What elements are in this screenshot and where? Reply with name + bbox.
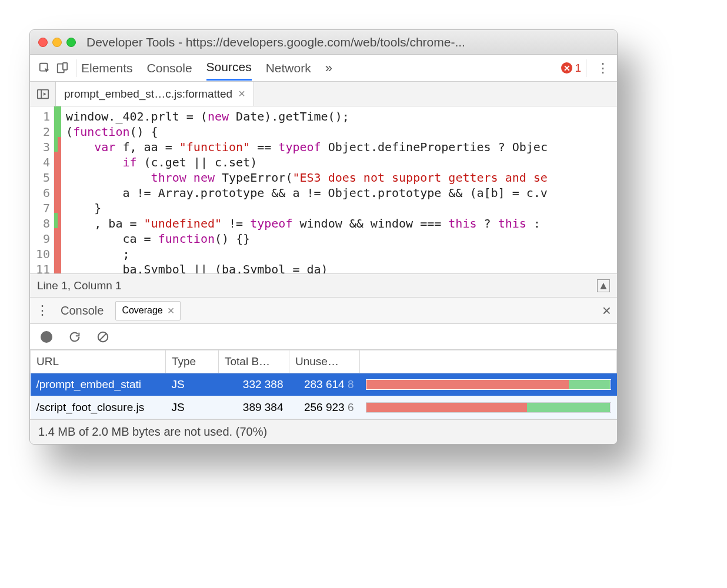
- source-editor[interactable]: 1234567891011 window._402.prlt = (new Da…: [30, 106, 617, 273]
- drawer-tab-coverage[interactable]: Coverage ×: [115, 301, 181, 320]
- coverage-summary-bar: 1.4 MB of 2.0 MB bytes are not used. (70…: [30, 419, 617, 444]
- toolbar-separator: [586, 59, 586, 77]
- col-unused-bytes[interactable]: Unuse…: [289, 350, 360, 373]
- file-tab-name: prompt_embed_st…c.js:formatted: [64, 88, 232, 101]
- error-indicator[interactable]: ✕ 1: [561, 62, 581, 75]
- line-number-gutter: 1234567891011: [30, 106, 54, 273]
- cell-total: 332 388: [219, 373, 289, 396]
- cell-url: /script_foot_closure.js: [31, 396, 166, 419]
- cursor-position: Line 1, Column 1: [37, 279, 122, 292]
- close-window-button[interactable]: [38, 38, 48, 47]
- cell-type: JS: [166, 396, 219, 419]
- cell-usage-bar: [360, 396, 617, 419]
- cell-usage-bar: [360, 373, 617, 396]
- drawer-menu-icon[interactable]: ⋮: [36, 303, 49, 318]
- record-button[interactable]: [39, 330, 54, 344]
- svg-line-6: [100, 333, 106, 340]
- col-url[interactable]: URL: [31, 350, 166, 373]
- col-usage-bar[interactable]: [360, 350, 617, 373]
- drawer-tab-console[interactable]: Console: [57, 304, 107, 318]
- tab-console[interactable]: Console: [147, 56, 192, 80]
- clear-button[interactable]: [96, 330, 110, 344]
- error-icon: ✕: [561, 62, 572, 74]
- cell-unused: 256 923 6: [289, 396, 360, 419]
- cell-unused: 283 614 8: [289, 373, 360, 396]
- table-row[interactable]: /prompt_embed_statiJS332 388283 614 8: [31, 373, 617, 396]
- devtools-window: Developer Tools - https://developers.goo…: [29, 29, 618, 445]
- close-drawer-icon[interactable]: ×: [602, 302, 611, 320]
- tab-sources[interactable]: Sources: [206, 55, 252, 81]
- cell-type: JS: [166, 373, 219, 396]
- col-type[interactable]: Type: [166, 350, 219, 373]
- window-titlebar: Developer Tools - https://developers.goo…: [30, 30, 617, 55]
- expand-panel-icon[interactable]: ▲: [597, 279, 610, 292]
- traffic-lights: [38, 38, 76, 47]
- toolbar-separator: [76, 59, 76, 77]
- cell-total: 389 384: [219, 396, 289, 419]
- cell-url: /prompt_embed_stati: [31, 373, 166, 396]
- tab-network[interactable]: Network: [266, 56, 311, 80]
- reload-button[interactable]: [68, 330, 82, 344]
- sources-file-tabs: prompt_embed_st…c.js:formatted ×: [30, 82, 617, 106]
- coverage-table: URL Type Total B… Unuse… /prompt_embed_s…: [30, 350, 617, 419]
- inspect-element-icon[interactable]: [36, 59, 54, 77]
- coverage-summary-text: 1.4 MB of 2.0 MB bytes are not used. (70…: [38, 425, 267, 439]
- svg-rect-3: [37, 89, 48, 98]
- error-count: 1: [575, 62, 581, 75]
- svg-rect-2: [63, 62, 67, 69]
- minimize-window-button[interactable]: [52, 38, 62, 47]
- code-area[interactable]: window._402.prlt = (new Date).getTime();…: [61, 106, 617, 273]
- settings-menu-icon[interactable]: ⋮: [595, 61, 611, 76]
- maximize-window-button[interactable]: [66, 38, 76, 47]
- coverage-gutter: [54, 106, 61, 273]
- source-file-tab[interactable]: prompt_embed_st…c.js:formatted ×: [56, 82, 254, 106]
- close-coverage-tab-icon[interactable]: ×: [168, 304, 175, 318]
- window-title: Developer Tools - https://developers.goo…: [86, 35, 465, 49]
- navigator-toggle-icon[interactable]: [30, 82, 56, 106]
- device-toolbar-icon[interactable]: [54, 59, 71, 77]
- table-row[interactable]: /script_foot_closure.jsJS389 384256 923 …: [31, 396, 617, 419]
- table-header-row: URL Type Total B… Unuse…: [31, 350, 617, 373]
- drawer-tabs: ⋮ Console Coverage × ×: [30, 297, 617, 324]
- coverage-toolbar: [30, 324, 617, 350]
- editor-status-bar: Line 1, Column 1 ▲: [30, 273, 617, 297]
- more-tabs-icon[interactable]: »: [325, 61, 332, 76]
- devtools-main-toolbar: Elements Console Sources Network » ✕ 1 ⋮: [30, 55, 617, 82]
- tab-elements[interactable]: Elements: [81, 56, 133, 80]
- close-tab-icon[interactable]: ×: [238, 87, 245, 101]
- col-total-bytes[interactable]: Total B…: [219, 350, 289, 373]
